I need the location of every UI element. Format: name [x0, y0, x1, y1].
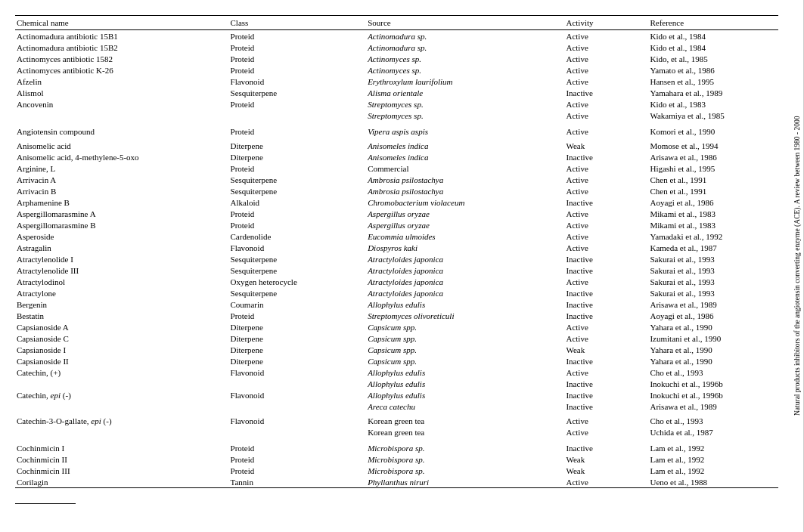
cell-reference: Arisawa et al., 1989: [648, 298, 778, 310]
cell-activity: Inactive: [564, 355, 648, 367]
cell-class: Proteid: [229, 208, 367, 219]
cell-class: Sesquiterpene: [229, 174, 367, 185]
cell-class: [229, 401, 367, 412]
cell-class: Proteid: [229, 162, 367, 174]
cell-source: Capsicum spp.: [366, 355, 564, 367]
cell-chemical: [15, 401, 229, 412]
cell-activity: Active: [564, 64, 648, 76]
table-row: Aspergillomarasmine AProteidAspergillus …: [15, 208, 778, 219]
table-row: Arginine, LProteidCommercialActiveHigash…: [15, 162, 778, 174]
cell-activity: Active: [564, 42, 648, 53]
cell-class: Flavonoid: [229, 367, 367, 378]
table-header-row: Chemical name Class Source Activity Refe…: [15, 16, 778, 30]
cell-reference: Sakurai et al., 1993: [648, 253, 778, 264]
cell-source: Streptomyces sp.: [366, 98, 564, 110]
cell-class: Tannin: [229, 476, 367, 488]
cell-source: Microbispora sp.: [366, 442, 564, 453]
cell-chemical: Catechin-3-O-gallate, epi (-): [15, 415, 229, 426]
main-content: Chemical name Class Source Activity Refe…: [0, 0, 790, 532]
cell-activity: Active: [564, 98, 648, 110]
table-row: Actinomadura antibiotic 15B1ProteidActin…: [15, 30, 778, 42]
table-row: Areca catechuInactiveArisawa et al., 198…: [15, 401, 778, 412]
cell-source: Korean green tea: [366, 415, 564, 426]
table-row: AtractyloneSesquiterpeneAtractyloides ja…: [15, 287, 778, 298]
cell-source: Chromobacterium violaceum: [366, 196, 564, 208]
table-row: Allophylus edulisInactiveInokuchi et al.…: [15, 378, 778, 389]
cell-chemical: Atractylenolide I: [15, 253, 229, 264]
cell-source: Actinomyces sp.: [366, 64, 564, 76]
cell-class: Diterpene: [229, 321, 367, 332]
table-row: Korean green teaActiveUchida et al., 198…: [15, 426, 778, 438]
table-row: Arphamenine BAlkaloidChromobacterium vio…: [15, 196, 778, 208]
cell-chemical: Actinomyces antibiotic 1582: [15, 53, 229, 64]
cell-activity: Active: [564, 110, 648, 121]
cell-source: Eucommia ulmoides: [366, 230, 564, 242]
col-reference: Reference: [648, 16, 778, 30]
table-row: Capsianoside CDiterpeneCapsicum spp.Acti…: [15, 332, 778, 344]
cell-chemical: [15, 378, 229, 389]
cell-class: Oxygen heterocycle: [229, 276, 367, 287]
table-row: Capsianoside ADiterpeneCapsicum spp.Acti…: [15, 321, 778, 332]
cell-chemical: Capsianoside A: [15, 321, 229, 332]
col-chemical: Chemical name: [15, 16, 229, 30]
cell-reference: Kido et al., 1983: [648, 98, 778, 110]
cell-reference: Arisawa et al., 1986: [648, 151, 778, 162]
cell-activity: Inactive: [564, 87, 648, 98]
cell-reference: Wakamiya et al., 1985: [648, 110, 778, 121]
cell-reference: Kido et al., 1984: [648, 30, 778, 42]
cell-chemical: Catechin, (+): [15, 367, 229, 378]
table-body: Actinomadura antibiotic 15B1ProteidActin…: [15, 30, 778, 488]
cell-activity: Active: [564, 242, 648, 253]
cell-source: Streptomyces sp.: [366, 110, 564, 121]
cell-reference: Chen et al., 1991: [648, 185, 778, 196]
cell-class: [229, 110, 367, 121]
cell-reference: Sakurai et al., 1993: [648, 264, 778, 276]
cell-class: Proteid: [229, 53, 367, 64]
cell-class: Alkaloid: [229, 196, 367, 208]
cell-source: Alisma orientale: [366, 87, 564, 98]
table-row: Anisomelic acidDiterpeneAnisomeles indic…: [15, 140, 778, 151]
cell-chemical: Atractylodinol: [15, 276, 229, 287]
cell-chemical: Cochinmicin II: [15, 453, 229, 465]
cell-activity: Active: [564, 53, 648, 64]
cell-activity: Active: [564, 125, 648, 137]
cell-activity: Active: [564, 208, 648, 219]
cell-reference: Yahara et al., 1990: [648, 321, 778, 332]
cell-source: Capsicum spp.: [366, 332, 564, 344]
cell-class: Flavonoid: [229, 242, 367, 253]
cell-class: [229, 426, 367, 438]
table-row: BergeninCoumarinAllophylus edulisInactiv…: [15, 298, 778, 310]
col-activity: Activity: [564, 16, 648, 30]
cell-activity: Weak: [564, 453, 648, 465]
cell-reference: Kido, et al., 1985: [648, 53, 778, 64]
cell-chemical: Bergenin: [15, 298, 229, 310]
cell-source: Commercial: [366, 162, 564, 174]
table-row: Capsianoside IDiterpeneCapsicum spp.Weak…: [15, 344, 778, 355]
cell-reference: Aoyagi et al., 1986: [648, 196, 778, 208]
cell-activity: Inactive: [564, 442, 648, 453]
cell-source: Streptomyces olivoreticuli: [366, 310, 564, 321]
table-row: AstragalinFlavonoidDiospyros kakiActiveK…: [15, 242, 778, 253]
cell-activity: Inactive: [564, 389, 648, 401]
table-row: Atractylenolide ISesquiterpeneAtractyloi…: [15, 253, 778, 264]
cell-class: Diterpene: [229, 332, 367, 344]
cell-activity: Inactive: [564, 196, 648, 208]
cell-chemical: Corilagin: [15, 476, 229, 488]
cell-chemical: Catechin, epi (-): [15, 389, 229, 401]
cell-chemical: Cochinmicin III: [15, 465, 229, 476]
table-row: AlismolSesquiterpeneAlisma orientaleInac…: [15, 87, 778, 98]
cell-activity: Active: [564, 476, 648, 488]
cell-source: Microbispora sp.: [366, 453, 564, 465]
cell-source: Allophylus edulis: [366, 298, 564, 310]
cell-reference: Yahara et al., 1990: [648, 355, 778, 367]
cell-reference: Ueno et al., 1988: [648, 476, 778, 488]
cell-source: Actinomadura sp.: [366, 42, 564, 53]
cell-reference: Yamahara et al., 1989: [648, 87, 778, 98]
table-row: Arrivacin BSesquiterpeneAmbrosia psilost…: [15, 185, 778, 196]
cell-class: Proteid: [229, 64, 367, 76]
cell-activity: Active: [564, 162, 648, 174]
cell-reference: Cho et al., 1993: [648, 367, 778, 378]
cell-class: Flavonoid: [229, 389, 367, 401]
cell-chemical: Anisomelic acid, 4-methylene-5-oxo: [15, 151, 229, 162]
table-row: AncoveninProteidStreptomyces sp.ActiveKi…: [15, 98, 778, 110]
